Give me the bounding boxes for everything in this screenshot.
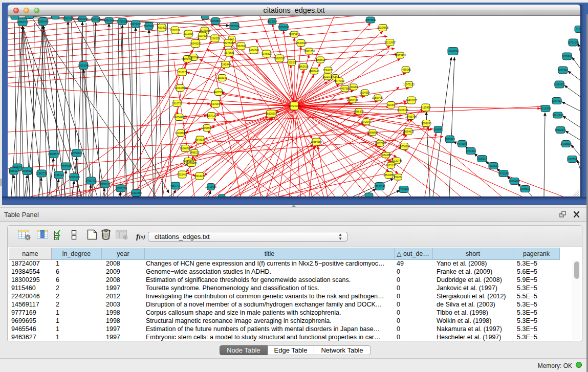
svg-text:10975887: 10975887 <box>60 165 72 168</box>
svg-text:18807249: 18807249 <box>375 142 386 145</box>
svg-text:3624554: 3624554 <box>360 91 370 94</box>
svg-text:16648784: 16648784 <box>447 50 459 53</box>
svg-text:15751074: 15751074 <box>568 41 579 44</box>
svg-text:1615132: 1615132 <box>386 164 396 167</box>
svg-text:17359924: 17359924 <box>71 151 82 155</box>
svg-text:10973493: 10973493 <box>395 54 406 57</box>
svg-text:15716485: 15716485 <box>205 185 216 188</box>
svg-text:62160: 62160 <box>387 103 395 106</box>
svg-text:16053809: 16053809 <box>210 19 221 23</box>
svg-text:164095: 164095 <box>434 128 443 131</box>
svg-text:1145194: 1145194 <box>54 173 63 177</box>
svg-text:7632621: 7632621 <box>488 164 498 167</box>
svg-text:10961758: 10961758 <box>303 50 315 53</box>
svg-text:1117: 1117 <box>576 28 580 31</box>
svg-text:20053346: 20053346 <box>78 64 89 67</box>
svg-text:19218506: 19218506 <box>278 26 289 29</box>
svg-text:14136141: 14136141 <box>374 185 385 188</box>
svg-text:(x): (x) <box>139 233 145 240</box>
svg-text:12975125: 12975125 <box>403 83 415 86</box>
svg-text:7986372: 7986372 <box>354 110 364 113</box>
svg-text:7485063: 7485063 <box>401 68 411 71</box>
svg-text:19654923: 19654923 <box>403 130 414 133</box>
svg-text:6497568: 6497568 <box>340 87 350 90</box>
svg-text:15720407: 15720407 <box>361 120 372 123</box>
svg-text:12213967: 12213967 <box>384 41 396 44</box>
svg-text:16120746: 16120746 <box>391 159 402 162</box>
svg-text:16782759: 16782759 <box>115 187 126 190</box>
svg-text:1733426: 1733426 <box>399 188 409 191</box>
svg-text:3498222: 3498222 <box>189 151 200 154</box>
svg-text:2718176: 2718176 <box>177 71 187 74</box>
svg-text:15692971: 15692971 <box>555 128 566 132</box>
svg-text:6466160: 6466160 <box>104 19 114 22</box>
svg-text:252254: 252254 <box>394 176 403 179</box>
svg-text:16154808: 16154808 <box>377 26 388 29</box>
svg-text:8215958: 8215958 <box>540 107 551 110</box>
svg-text:18495768: 18495768 <box>405 115 417 118</box>
svg-text:7357224: 7357224 <box>229 25 239 28</box>
svg-text:19166822: 19166822 <box>175 132 186 135</box>
svg-text:417004: 417004 <box>211 102 220 105</box>
svg-text:3375685: 3375685 <box>224 51 234 54</box>
svg-text:14463627: 14463627 <box>406 99 417 102</box>
svg-text:9227342: 9227342 <box>558 69 568 72</box>
svg-text:11156827: 11156827 <box>21 169 33 172</box>
svg-text:7955812: 7955812 <box>315 58 325 61</box>
svg-text:9657771: 9657771 <box>170 184 181 187</box>
svg-text:3912954: 3912954 <box>183 32 193 35</box>
svg-text:7625402: 7625402 <box>177 173 187 176</box>
svg-text:14055715: 14055715 <box>17 20 28 24</box>
svg-text:16210643: 16210643 <box>552 114 563 117</box>
svg-text:9427552: 9427552 <box>213 91 224 94</box>
svg-text:8938923: 8938923 <box>445 138 455 141</box>
svg-text:8454749: 8454749 <box>249 49 259 52</box>
svg-text:7242848: 7242848 <box>221 63 231 66</box>
svg-text:2935114: 2935114 <box>477 157 487 160</box>
svg-text:6479197: 6479197 <box>457 142 467 145</box>
svg-text:12353594: 12353594 <box>201 126 212 129</box>
svg-text:8878334: 8878334 <box>195 138 205 141</box>
svg-text:8186328: 8186328 <box>210 37 220 40</box>
svg-text:19054985: 19054985 <box>173 116 185 119</box>
svg-text:12093872: 12093872 <box>554 83 565 86</box>
svg-text:8160124: 8160124 <box>170 29 180 32</box>
svg-text:10933191: 10933191 <box>62 17 74 20</box>
svg-text:7634087: 7634087 <box>381 154 391 157</box>
svg-text:2603144: 2603144 <box>217 76 227 79</box>
svg-text:9115460: 9115460 <box>421 106 430 109</box>
svg-text:9327509: 9327509 <box>198 34 208 37</box>
svg-text:746266: 746266 <box>350 85 358 89</box>
svg-text:12323466: 12323466 <box>130 191 142 194</box>
svg-text:18724007: 18724007 <box>289 104 300 107</box>
svg-text:7515524: 7515524 <box>144 25 154 28</box>
svg-text:10653267: 10653267 <box>77 17 88 20</box>
svg-text:10756928: 10756928 <box>399 145 410 148</box>
svg-text:23226058: 23226058 <box>199 29 210 32</box>
svg-text:546: 546 <box>230 38 234 41</box>
svg-text:1862615: 1862615 <box>298 65 309 68</box>
svg-text:15885520: 15885520 <box>274 57 285 60</box>
svg-text:10719155: 10719155 <box>117 20 128 23</box>
svg-text:2367608: 2367608 <box>236 45 246 48</box>
svg-text:10688609: 10688609 <box>367 131 378 134</box>
svg-text:7663822: 7663822 <box>157 26 167 29</box>
svg-text:24206578: 24206578 <box>48 152 59 156</box>
svg-text:14099490: 14099490 <box>186 162 197 165</box>
svg-text:8471676: 8471676 <box>498 172 509 175</box>
svg-text:9327508: 9327508 <box>223 41 233 45</box>
svg-text:20691406: 20691406 <box>37 20 49 23</box>
svg-text:12942737: 12942737 <box>36 172 47 175</box>
svg-text:9329966: 9329966 <box>562 55 572 58</box>
svg-text:19384554: 19384554 <box>311 140 322 143</box>
svg-text:12213363: 12213363 <box>175 86 186 90</box>
svg-text:941: 941 <box>333 76 338 79</box>
svg-text:1527602: 1527602 <box>91 18 101 21</box>
svg-text:8990448: 8990448 <box>309 70 319 73</box>
svg-text:17016504: 17016504 <box>560 142 572 145</box>
svg-text:10807487: 10807487 <box>372 96 383 99</box>
svg-text:3267130: 3267130 <box>206 114 216 117</box>
svg-text:17957275: 17957275 <box>85 179 97 182</box>
svg-text:1910755: 1910755 <box>172 102 182 105</box>
svg-text:1244413: 1244413 <box>552 99 562 102</box>
